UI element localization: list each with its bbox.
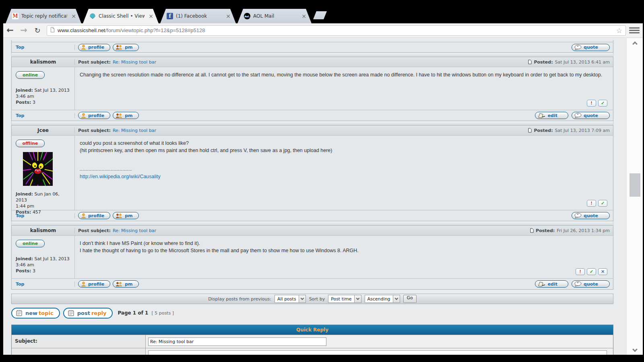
post-body-text: I hate the thought of having to go to th… xyxy=(80,247,608,254)
url-text[interactable]: www.classicshell.net/forum/viewtopic.php… xyxy=(58,27,616,33)
post-footer-partial: Top profile pm ” qu xyxy=(11,40,613,53)
post-subject-label: Post subject: xyxy=(78,60,111,65)
post-icon xyxy=(528,60,532,64)
message-textarea[interactable] xyxy=(148,350,607,355)
reload-icon[interactable]: ↻ xyxy=(31,27,44,34)
profile-button[interactable]: profile xyxy=(78,44,110,51)
post-subject-link[interactable]: Re: Missing tool bar xyxy=(113,60,156,65)
scroll-down-icon[interactable] xyxy=(627,346,643,355)
approve-post-button[interactable]: ✓ xyxy=(598,200,607,207)
scrollbar[interactable] xyxy=(626,38,643,355)
report-post-button[interactable]: ! xyxy=(576,268,585,275)
svg-text:”: ” xyxy=(577,282,579,285)
top-link[interactable]: Top xyxy=(16,213,24,218)
quote-bubble-icon: ” xyxy=(574,281,582,287)
post-subject-link[interactable]: Re: Missing tool bar xyxy=(113,128,156,133)
svg-text:”: ” xyxy=(577,214,579,217)
pm-button[interactable]: pm xyxy=(113,112,138,119)
tab-aol[interactable]: Aol. AOL Mail × xyxy=(237,9,312,23)
post: kalismom Post subject: Re: Missing tool … xyxy=(11,225,613,290)
close-icon[interactable]: × xyxy=(70,13,77,19)
edit-button[interactable]: edit xyxy=(535,280,568,288)
profile-button[interactable]: profile xyxy=(78,112,110,119)
delete-post-button[interactable]: ✕ xyxy=(598,268,607,275)
signature-link[interactable]: http://en.wikipedia.org/wiki/Causality xyxy=(80,174,161,179)
approve-post-button[interactable]: ✓ xyxy=(587,268,596,275)
bookmark-star-icon[interactable]: ☆ xyxy=(616,27,622,35)
url-path: /forum/viewtopic.php?f=12&p=5128#p5128 xyxy=(105,27,205,33)
close-icon[interactable]: × xyxy=(300,13,308,19)
tab-title: Topic reply notification xyxy=(21,13,67,19)
approve-post-button[interactable]: ✓ xyxy=(598,100,607,107)
post: kalismom Post subject: Re: Missing tool … xyxy=(11,57,613,121)
person-icon xyxy=(81,282,86,287)
post-author[interactable]: Jcee xyxy=(12,128,75,133)
url-bar[interactable]: www.classicshell.net/forum/viewtopic.php… xyxy=(47,25,626,36)
notepad-icon xyxy=(67,310,75,317)
avatar[interactable] xyxy=(23,152,53,186)
profile-button[interactable]: profile xyxy=(78,212,110,219)
posts-filter-select[interactable]: All posts xyxy=(275,295,306,303)
notepad-icon xyxy=(15,310,23,317)
scroll-up-icon[interactable] xyxy=(627,38,643,47)
post-reply-button[interactable]: postreply xyxy=(63,308,113,319)
tab-classic-shell[interactable]: Classic Shell • View topi × xyxy=(83,9,159,23)
quote-button[interactable]: ” quote xyxy=(572,112,610,119)
online-status-button[interactable]: online xyxy=(16,240,45,247)
new-tab-button[interactable] xyxy=(313,11,327,19)
go-button[interactable]: Go xyxy=(403,295,417,303)
edit-button[interactable]: edit xyxy=(535,112,568,119)
top-link[interactable]: Top xyxy=(16,45,24,50)
post-subject-label: Post subject: xyxy=(78,128,111,133)
new-topic-button[interactable]: newtopic xyxy=(11,308,60,319)
author-meta: Joined: Sun Jan 06, 2013 1:44 pm Posts: … xyxy=(16,191,70,215)
browser-window: M Topic reply notification × Classic She… xyxy=(3,7,643,355)
display-posts-bar: Display posts from previous: All posts S… xyxy=(11,294,613,304)
quote-bubble-icon: ” xyxy=(574,113,582,118)
tab-strip: M Topic reply notification × Classic She… xyxy=(3,7,643,23)
sort-field-select[interactable]: Post time xyxy=(328,295,361,303)
profile-button[interactable]: profile xyxy=(78,280,110,288)
author-meta: Joined: Sat Jul 13, 2013 3:46 am Posts: … xyxy=(16,256,70,274)
top-link[interactable]: Top xyxy=(16,113,24,118)
post-author[interactable]: kalismom xyxy=(12,228,75,233)
scrollbar-thumb[interactable] xyxy=(630,173,640,197)
quick-reply-title: Quick Reply xyxy=(12,325,613,335)
quote-button[interactable]: ” quote xyxy=(572,212,610,219)
post-count: [ 5 posts ] xyxy=(151,311,174,316)
post-body-text: I don't think I have MS Paint (or know w… xyxy=(80,240,608,247)
forward-icon[interactable]: → xyxy=(17,26,31,35)
post-subject-label: Post subject: xyxy=(78,228,111,233)
menu-icon[interactable] xyxy=(629,27,640,33)
page-icon xyxy=(50,27,55,34)
tab-facebook[interactable]: f (1) Facebook × xyxy=(160,9,236,23)
chevron-down-icon xyxy=(354,295,361,302)
tab-gmail[interactable]: M Topic reply notification × xyxy=(6,9,81,23)
post-author[interactable]: kalismom xyxy=(12,59,75,65)
report-post-button[interactable]: ! xyxy=(587,100,596,107)
online-status-button[interactable]: online xyxy=(16,71,45,79)
aol-icon: Aol. xyxy=(244,13,250,19)
back-icon[interactable]: ← xyxy=(3,26,17,35)
sort-order-select[interactable]: Ascending xyxy=(365,295,400,303)
quote-bubble-icon: ” xyxy=(574,45,582,50)
pm-button[interactable]: pm xyxy=(113,280,138,288)
offline-status-button[interactable]: offline xyxy=(16,140,45,147)
posted-label: Posted: xyxy=(536,228,555,233)
posted-label: Posted: xyxy=(534,60,553,65)
pm-button[interactable]: pm xyxy=(113,212,138,219)
close-icon[interactable]: × xyxy=(225,13,232,19)
posted-time: Sat Jul 13, 2013 7:09 am xyxy=(555,128,610,133)
close-icon[interactable]: × xyxy=(147,13,155,19)
quote-button[interactable]: ” quote xyxy=(572,280,610,288)
report-post-button[interactable]: ! xyxy=(587,200,596,207)
display-posts-label: Display posts from previous: xyxy=(208,296,271,302)
pm-button[interactable]: pm xyxy=(113,44,138,51)
quote-button[interactable]: ” quote xyxy=(572,44,610,51)
post-icon xyxy=(528,128,532,133)
browser-toolbar: ← → ↻ www.classicshell.net/forum/viewtop… xyxy=(3,23,643,38)
post-subject-link[interactable]: Re: Missing tool bar xyxy=(113,228,156,233)
top-link[interactable]: Top xyxy=(16,282,24,287)
subject-input[interactable] xyxy=(148,337,326,346)
classic-shell-icon xyxy=(89,13,96,19)
